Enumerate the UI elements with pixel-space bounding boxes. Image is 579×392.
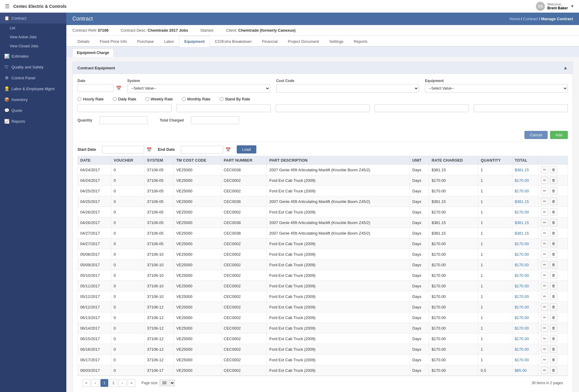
edit-button[interactable]: ✏ (541, 208, 548, 216)
start-date-calendar-icon[interactable]: 📅 (147, 147, 152, 152)
end-date-calendar-icon[interactable]: 📅 (226, 147, 231, 152)
edit-button[interactable]: ✏ (541, 346, 548, 353)
load-button[interactable]: Load (237, 145, 256, 153)
edit-button[interactable]: ✏ (541, 219, 548, 226)
standby-radio-input[interactable] (220, 97, 223, 101)
edit-button[interactable]: ✏ (541, 282, 548, 289)
weekly-radio-input[interactable] (145, 97, 149, 101)
calendar-icon[interactable]: 📅 (116, 86, 121, 90)
weekly-rate-input[interactable] (276, 104, 370, 112)
edit-button[interactable]: ✏ (541, 229, 548, 237)
delete-button[interactable]: 🗑 (550, 314, 557, 321)
sidebar-item-labor[interactable]: 👷 Labor & Employee Mgmt (0, 83, 66, 94)
collapse-button[interactable]: ▲ (563, 65, 568, 71)
breadcrumb-contract[interactable]: Contract (523, 17, 538, 21)
delete-button[interactable]: 🗑 (550, 272, 557, 279)
tab-project-doc[interactable]: Project Document (283, 36, 324, 47)
cancel-button[interactable]: Cancel (524, 131, 547, 139)
tab-equipment[interactable]: Equipment (179, 36, 210, 47)
edit-button[interactable]: ✏ (541, 324, 548, 332)
sidebar-item-quote[interactable]: 💬 Quote (0, 105, 66, 116)
sidebar-sub-view-active[interactable]: View Active Jobs (0, 33, 66, 42)
delete-button[interactable]: 🗑 (550, 166, 557, 173)
daily-rate-input[interactable] (176, 104, 271, 112)
edit-button[interactable]: ✏ (541, 314, 548, 321)
prev-page-button[interactable]: ‹ (91, 379, 99, 387)
edit-button[interactable]: ✏ (541, 356, 548, 363)
edit-button[interactable]: ✏ (541, 335, 548, 342)
last-page-button[interactable]: » (128, 379, 135, 387)
delete-button[interactable]: 🗑 (550, 229, 557, 237)
delete-button[interactable]: 🗑 (550, 282, 557, 289)
delete-button[interactable]: 🗑 (550, 198, 557, 205)
edit-button[interactable]: ✏ (541, 251, 548, 258)
standby-rate-input[interactable] (474, 104, 568, 112)
edit-button[interactable]: ✏ (541, 240, 548, 247)
rate-daily-radio[interactable]: Daily Rate (113, 97, 136, 101)
edit-button[interactable]: ✏ (541, 272, 548, 279)
monthly-radio-input[interactable] (182, 97, 186, 101)
edit-button[interactable]: ✏ (541, 187, 548, 194)
edit-button[interactable]: ✏ (541, 261, 548, 268)
rate-hourly-radio[interactable]: Hourly Rate (78, 97, 104, 101)
edit-button[interactable]: ✏ (541, 198, 548, 205)
rate-monthly-radio[interactable]: Monthly Rate (182, 97, 210, 101)
system-select[interactable]: --Select Value-- (127, 84, 270, 93)
daily-radio-input[interactable] (113, 97, 117, 101)
first-page-button[interactable]: « (82, 379, 90, 387)
delete-button[interactable]: 🗑 (550, 219, 557, 226)
sidebar-item-quality[interactable]: 🛡 Quality and Safety (0, 62, 66, 72)
delete-button[interactable]: 🗑 (550, 251, 557, 258)
delete-button[interactable]: 🗑 (550, 177, 557, 184)
sidebar-item-estimates[interactable]: 📊 Estimates (0, 51, 66, 62)
page-1-button[interactable]: 1 (100, 379, 108, 387)
tab-settings[interactable]: Settings (324, 36, 349, 47)
start-date-input[interactable] (102, 146, 144, 153)
sub-tab-equipment-charge[interactable]: Equipment Charge (72, 49, 114, 57)
delete-button[interactable]: 🗑 (550, 367, 557, 374)
delete-button[interactable]: 🗑 (550, 356, 557, 363)
next-page-button[interactable]: › (119, 379, 126, 387)
edit-button[interactable]: ✏ (541, 293, 548, 300)
delete-button[interactable]: 🗑 (550, 208, 557, 216)
tab-labor[interactable]: Labor (159, 36, 179, 47)
hourly-radio-input[interactable] (78, 97, 81, 101)
delete-button[interactable]: 🗑 (550, 335, 557, 342)
rate-standby-radio[interactable]: Stand By Rate (220, 97, 250, 101)
equipment-select[interactable]: --Select Value-- (425, 84, 568, 93)
hamburger-menu[interactable]: ☰ (5, 3, 10, 10)
user-dropdown-icon[interactable]: ▼ (570, 4, 574, 8)
tab-fixed-price[interactable]: Fixed Price Info (95, 36, 132, 47)
date-input[interactable] (78, 84, 114, 92)
delete-button[interactable]: 🗑 (550, 293, 557, 300)
sidebar-item-reports[interactable]: 📈 Reports (0, 116, 66, 127)
delete-button[interactable]: 🗑 (550, 187, 557, 194)
sidebar-item-inventory[interactable]: 📦 Inventory (0, 94, 66, 105)
quantity-input[interactable] (100, 116, 148, 124)
sidebar-sub-view-closed[interactable]: View Closed Jobs (0, 42, 66, 51)
page-size-select[interactable]: 20 50 100 (160, 380, 175, 386)
edit-button[interactable]: ✏ (541, 166, 548, 173)
edit-button[interactable]: ✏ (541, 177, 548, 184)
tab-financial[interactable]: Financial (257, 36, 283, 47)
delete-button[interactable]: 🗑 (550, 261, 557, 268)
breadcrumb-home[interactable]: Home (510, 17, 520, 21)
delete-button[interactable]: 🗑 (550, 303, 557, 311)
tab-details[interactable]: Details (72, 36, 95, 47)
edit-button[interactable]: ✏ (541, 303, 548, 311)
hourly-rate-input[interactable] (78, 104, 172, 112)
delete-button[interactable]: 🗑 (550, 346, 557, 353)
page-2-button[interactable]: 2 (109, 379, 117, 387)
rate-weekly-radio[interactable]: Weekly Rate (145, 97, 173, 101)
sidebar-item-control[interactable]: ⚙ Control Panel (0, 72, 66, 83)
monthly-rate-input[interactable] (375, 104, 469, 112)
edit-button[interactable]: ✏ (541, 367, 548, 374)
sidebar-sub-list[interactable]: List (0, 24, 66, 33)
end-date-input[interactable] (181, 146, 223, 153)
delete-button[interactable]: 🗑 (550, 324, 557, 332)
cost-code-select[interactable] (276, 84, 419, 93)
add-button[interactable]: Add (550, 131, 568, 139)
tab-co-extra[interactable]: CO/Extra Breakdown (210, 36, 257, 47)
tab-reports[interactable]: Reports (349, 36, 373, 47)
sidebar-item-contract[interactable]: 📋 Contract (0, 13, 66, 24)
